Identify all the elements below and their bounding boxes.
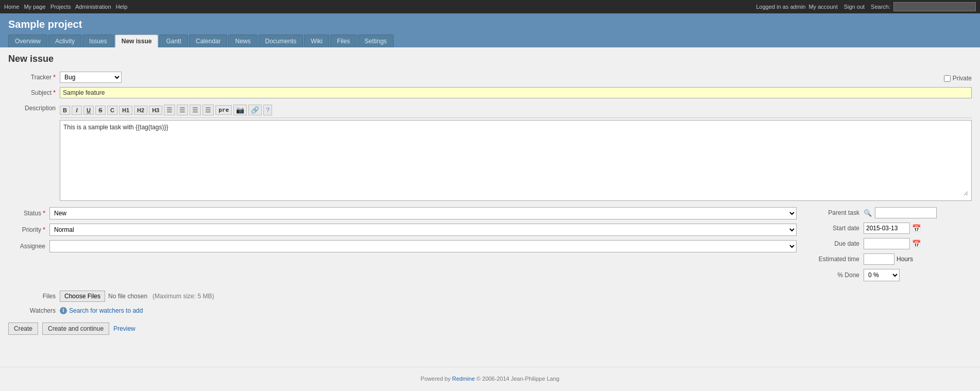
tracker-label: Tracker * [8,72,60,81]
pre-button[interactable]: pre [215,105,232,115]
status-row: Status * New In Progress Resolved Closed [8,207,797,219]
choose-files-button[interactable]: Choose Files [60,291,105,302]
priority-field: Low Normal High Urgent Immediate [49,224,797,236]
assignee-field [49,240,797,252]
footer-copyright: © 2006-2014 Jean-Philippe Lang [477,376,560,382]
description-toolbar: B I U S C H1 H2 H3 ☰ ☰ ☰ ☰ pre 📷 🔗 ? [60,103,972,118]
files-label: Files [8,293,60,300]
search-input[interactable] [893,2,976,11]
tab-activity[interactable]: Activity [48,35,81,47]
create-button[interactable]: Create [8,322,38,335]
description-field: B I U S C H1 H2 H3 ☰ ☰ ☰ ☰ pre 📷 🔗 ? [60,103,972,201]
start-date-field: 📅 [864,223,921,234]
align-left-button[interactable]: ☰ [190,105,201,115]
align-right-button[interactable]: ☰ [202,105,214,115]
due-date-field: 📅 [864,238,921,249]
link-button[interactable]: 🔗 [248,105,262,115]
status-field: New In Progress Resolved Closed [49,207,797,219]
nav-administration[interactable]: Administration [75,4,111,10]
start-date-calendar-icon[interactable]: 📅 [912,224,921,232]
tab-wiki[interactable]: Wiki [304,35,329,47]
h1-button[interactable]: H1 [119,106,132,115]
strikethrough-button[interactable]: S [95,106,106,115]
bold-button[interactable]: B [60,106,70,115]
description-row: Description B I U S C H1 H2 H3 ☰ ☰ ☰ ☰ p… [8,103,972,201]
subject-field [60,87,972,98]
tab-settings[interactable]: Settings [358,35,393,47]
search-label: Search: [871,4,890,10]
ul-list-button[interactable]: ☰ [164,105,175,115]
description-label: Description [8,103,60,112]
assignee-select[interactable] [49,240,797,252]
description-textarea[interactable]: This is a sample task with {{tag(tags)}} [63,124,968,196]
tab-files[interactable]: Files [330,35,357,47]
private-label: Private [953,75,972,82]
priority-row: Priority * Low Normal High Urgent Immedi… [8,224,797,236]
help-button[interactable]: ? [263,105,272,115]
tab-news[interactable]: News [228,35,257,47]
main-content: New issue Tracker * Bug Feature Support … [0,47,980,356]
status-label: Status * [8,210,49,217]
pct-done-label: % Done [807,271,864,279]
parent-task-input[interactable] [875,207,937,218]
priority-label: Priority * [8,226,49,233]
code-button[interactable]: C [107,106,117,115]
tab-issues[interactable]: Issues [82,35,114,47]
due-date-input[interactable] [864,238,910,249]
subject-input[interactable] [60,87,972,98]
image-button[interactable]: 📷 [233,105,247,115]
logged-in-text: Logged in as admin [756,4,805,10]
private-checkbox[interactable] [944,75,951,82]
no-file-text: No file chosen [108,293,147,300]
right-fields: Parent task 🔍 Start date 📅 Due date [807,207,972,285]
watchers-label: Watchers [8,307,60,314]
project-tabs: Overview Activity Issues New issue Gantt… [8,35,972,47]
top-nav-right: Logged in as admin My account Sign out S… [756,2,976,11]
estimated-time-row: Estimated time Hours [807,253,972,265]
assignee-label: Assignee [8,243,49,250]
footer: Powered by Redmine © 2006-2014 Jean-Phil… [0,367,980,390]
top-navigation: Home My page Projects Administration Hel… [0,0,980,13]
due-date-calendar-icon[interactable]: 📅 [912,240,921,248]
tracker-select[interactable]: Bug Feature Support [60,72,122,83]
estimated-time-input[interactable] [864,253,894,265]
ol-list-button[interactable]: ☰ [177,105,188,115]
tab-calendar[interactable]: Calendar [189,35,228,47]
description-textarea-wrapper[interactable]: This is a sample task with {{tag(tags)}} [60,120,972,201]
nav-help[interactable]: Help [116,4,128,10]
nav-projects[interactable]: Projects [50,4,71,10]
sign-out-link[interactable]: Sign out [844,4,865,10]
watchers-search-link[interactable]: Search for watchers to add [69,307,143,314]
preview-link[interactable]: Preview [113,325,136,332]
start-date-label: Start date [807,225,864,232]
priority-select[interactable]: Low Normal High Urgent Immediate [49,224,797,236]
action-buttons: Create Create and continue Preview [8,322,972,335]
create-and-continue-button[interactable]: Create and continue [42,322,109,335]
italic-button[interactable]: I [72,106,82,115]
page-title: New issue [8,54,972,64]
h3-button[interactable]: H3 [149,106,162,115]
files-section: Files Choose Files No file chosen (Maxim… [8,291,972,302]
footer-brand-link[interactable]: Redmine [452,376,475,382]
nav-home[interactable]: Home [4,4,19,10]
parent-task-label: Parent task [807,209,864,216]
start-date-input[interactable] [864,223,910,234]
tracker-field: Bug Feature Support Private [60,72,972,83]
h2-button[interactable]: H2 [134,106,147,115]
pct-done-select[interactable]: 0 % 10 % 20 % 30 % 40 % 50 % 60 % 70 % 8… [864,269,900,281]
start-date-row: Start date 📅 [807,223,972,234]
tracker-row: Tracker * Bug Feature Support Private [8,72,972,83]
tab-gantt[interactable]: Gantt [159,35,188,47]
tab-new-issue[interactable]: New issue [115,35,159,47]
parent-task-field: 🔍 [864,207,937,218]
tab-documents[interactable]: Documents [259,35,303,47]
max-size-text: (Maximum size: 5 MB) [153,293,214,300]
watchers-section: Watchers i Search for watchers to add [8,307,972,314]
status-select[interactable]: New In Progress Resolved Closed [49,207,797,219]
underline-button[interactable]: U [83,106,94,115]
my-account-link[interactable]: My account [808,4,837,10]
tab-overview[interactable]: Overview [8,35,47,47]
estimated-time-field: Hours [864,253,913,265]
nav-mypage[interactable]: My page [24,4,45,10]
left-fields: Status * New In Progress Resolved Closed… [8,207,807,285]
